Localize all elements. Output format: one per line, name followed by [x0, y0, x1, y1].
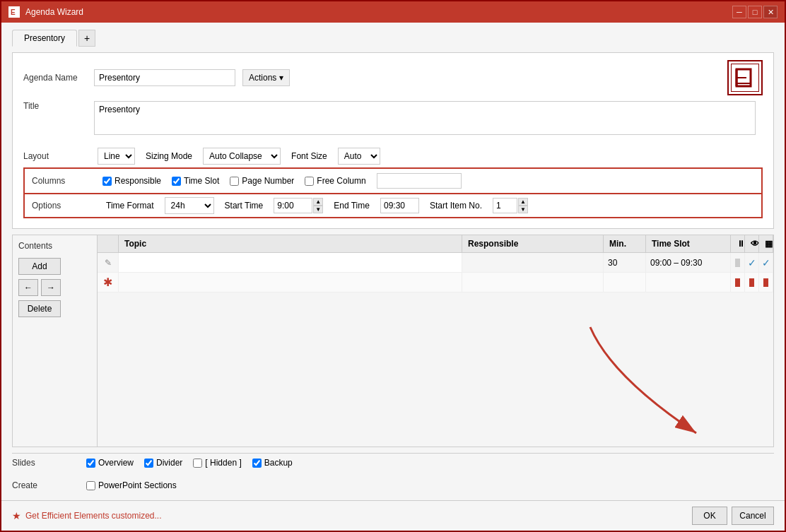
left-arrow-button[interactable]: ←: [18, 279, 38, 296]
actions-button[interactable]: Actions ▾: [242, 69, 290, 86]
time-slot-checkbox-item[interactable]: Time Slot: [172, 176, 219, 186]
title-bar: E Agenda Wizard ─ □ ✕: [1, 1, 785, 23]
font-size-select[interactable]: Auto: [338, 148, 380, 165]
nav-buttons: ← →: [18, 279, 61, 296]
new-grid-indicator[interactable]: [763, 278, 768, 287]
cancel-button[interactable]: Cancel: [732, 507, 774, 525]
sizing-mode-select[interactable]: Auto Collapse: [203, 148, 281, 165]
new-row-icon: ✱: [98, 273, 119, 292]
row-icon: ✎: [98, 253, 119, 272]
footer-link-text: Get Efficient Elements customized...: [25, 511, 162, 521]
divider-checkbox-item[interactable]: Divider: [144, 458, 182, 468]
start-item-up-btn[interactable]: ▲: [518, 198, 528, 206]
header-time-slot: Time Slot: [646, 235, 731, 252]
overview-checkbox[interactable]: [86, 459, 95, 468]
table-row: ✎ 30 09:00 – 09:30: [98, 253, 773, 273]
app-icon: E: [8, 6, 20, 18]
ok-button[interactable]: OK: [692, 507, 727, 525]
title-label: Title: [23, 101, 87, 111]
responsible-cell: [462, 253, 604, 272]
new-eye-indicator[interactable]: [749, 278, 754, 287]
overview-checkbox-item[interactable]: Overview: [86, 458, 134, 468]
page-number-checkbox[interactable]: [230, 177, 239, 186]
pause-cell: [731, 253, 745, 272]
agenda-name-input[interactable]: [94, 69, 235, 86]
tab-presentory[interactable]: Presentory: [12, 30, 77, 47]
new-pause-indicator[interactable]: [735, 278, 740, 287]
hidden-checkbox-item[interactable]: [ Hidden ]: [193, 458, 241, 468]
responsible-checkbox-item[interactable]: Responsible: [102, 176, 161, 186]
layout-select[interactable]: Line: [98, 148, 135, 165]
new-topic-cell: [119, 273, 462, 292]
powerpoint-sections-checkbox-item[interactable]: PowerPoint Sections: [86, 480, 177, 490]
new-responsible-cell: [462, 273, 604, 292]
time-format-select[interactable]: 24h: [165, 197, 214, 214]
time-slot-checkbox[interactable]: [172, 177, 181, 186]
free-column-checkbox[interactable]: [305, 177, 314, 186]
right-arrow-button[interactable]: →: [41, 279, 61, 296]
app-logo: [727, 60, 763, 95]
backup-checkbox-item[interactable]: Backup: [252, 458, 293, 468]
add-tab-button[interactable]: +: [78, 30, 95, 47]
title-row: Title Presentory: [23, 101, 763, 135]
columns-label: Columns: [32, 176, 95, 186]
powerpoint-sections-checkbox[interactable]: [86, 481, 95, 490]
header-responsible: Responsible: [462, 235, 604, 252]
start-time-up-btn[interactable]: ▲: [313, 198, 323, 206]
time-slot-cell: 09:00 – 09:30: [646, 253, 731, 272]
create-label: Create: [12, 480, 76, 490]
new-eye-cell: [745, 273, 759, 292]
layout-row: Layout Line Sizing Mode Auto Collapse Fo…: [23, 148, 763, 165]
contents-area: Contents Add ← → Delete Topic Responsibl…: [12, 235, 774, 447]
header-pause: ⏸: [731, 235, 745, 252]
start-time-input[interactable]: [274, 198, 312, 213]
delete-button[interactable]: Delete: [18, 300, 61, 317]
contents-sidebar: Contents Add ← → Delete: [13, 235, 98, 447]
svg-text:E: E: [11, 8, 16, 16]
font-size-label: Font Size: [291, 151, 327, 161]
free-column-input[interactable]: [377, 173, 462, 189]
footer: ★ Get Efficient Elements customized... O…: [1, 500, 785, 531]
agenda-name-label: Agenda Name: [23, 73, 87, 83]
hidden-checkbox[interactable]: [193, 459, 202, 468]
table-body: ✎ 30 09:00 – 09:30: [98, 253, 773, 447]
add-button[interactable]: Add: [18, 258, 61, 275]
minimize-button[interactable]: ─: [732, 6, 746, 18]
options-label: Options: [32, 201, 95, 211]
sizing-mode-label: Sizing Mode: [146, 151, 192, 161]
topic-input[interactable]: [119, 256, 462, 270]
pause-indicator[interactable]: [735, 259, 740, 267]
min-cell: 30: [604, 253, 646, 272]
title-input[interactable]: Presentory: [94, 101, 756, 135]
tab-bar: Presentory +: [12, 30, 774, 47]
responsible-checkbox[interactable]: [102, 177, 112, 186]
footer-link[interactable]: ★ Get Efficient Elements customized...: [12, 510, 162, 521]
star-icon: ★: [12, 510, 21, 521]
grid-check: ✓: [762, 257, 770, 268]
new-time-slot-cell: [646, 273, 731, 292]
start-time-label: Start Time: [225, 201, 264, 211]
options-row: Options Time Format 24h Start Time ▲ ▼ E…: [23, 194, 763, 218]
close-button[interactable]: ✕: [763, 6, 778, 18]
backup-checkbox[interactable]: [252, 459, 262, 468]
end-time-input[interactable]: [380, 198, 419, 213]
free-column-checkbox-item[interactable]: Free Column: [305, 176, 365, 186]
start-item-down-btn[interactable]: ▼: [518, 206, 528, 213]
maximize-button[interactable]: □: [748, 6, 762, 18]
pause-icon: ⏸: [737, 239, 745, 249]
start-item-input[interactable]: [493, 198, 517, 213]
start-item-label: Start Item No.: [430, 201, 482, 211]
topic-cell[interactable]: [119, 253, 462, 272]
header-min: Min.: [604, 235, 646, 252]
footer-buttons: OK Cancel: [692, 507, 774, 525]
new-grid-cell: [759, 273, 773, 292]
header-topic: Topic: [119, 235, 462, 252]
divider-checkbox[interactable]: [144, 459, 153, 468]
page-number-checkbox-item[interactable]: Page Number: [230, 176, 294, 186]
contents-label: Contents: [18, 241, 52, 251]
eye-cell: ✓: [745, 253, 759, 272]
start-time-down-btn[interactable]: ▼: [313, 206, 323, 213]
table-row: ✱: [98, 273, 773, 292]
agenda-name-row: Agenda Name Actions ▾: [23, 60, 763, 95]
form-section: Agenda Name Actions ▾: [12, 52, 774, 229]
